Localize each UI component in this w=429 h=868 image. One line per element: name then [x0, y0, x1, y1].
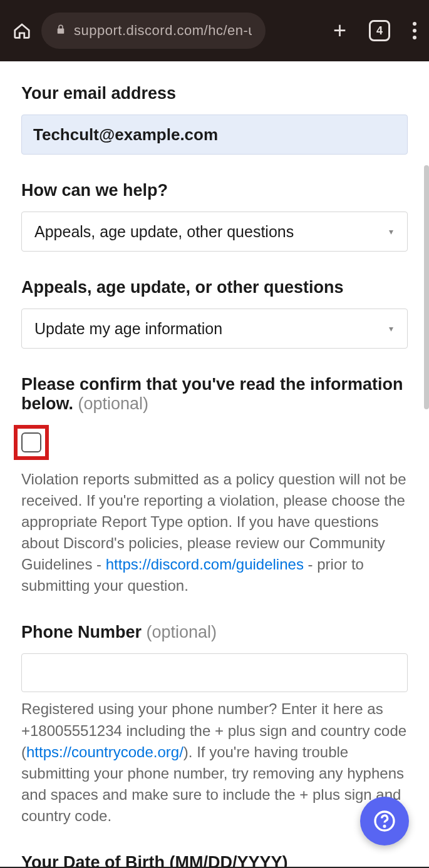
phone-field-block: Phone Number (optional) Registered using… [21, 623, 408, 826]
new-tab-icon[interactable]: + [333, 18, 346, 44]
help-select[interactable]: Appeals, age update, other questions ▾ [21, 212, 408, 252]
email-label: Your email address [21, 84, 408, 103]
countrycode-link[interactable]: https://countrycode.org/ [26, 743, 183, 760]
confirm-helper-text: Violation reports submitted as a policy … [21, 469, 408, 596]
confirm-label: Please confirm that you've read the info… [21, 375, 408, 414]
tabs-count-badge[interactable]: 4 [369, 20, 390, 41]
dob-field-block: Your Date of Birth (MM/DD/YYYY) [21, 853, 408, 868]
subtype-label: Appeals, age update, or other questions [21, 278, 408, 297]
phone-helper-text: Registered using your phone number? Ente… [21, 698, 408, 826]
dob-label: Your Date of Birth (MM/DD/YYYY) [21, 853, 408, 868]
browser-toolbar: support.discord.com/hc/en-us/requ + 4 [0, 0, 429, 61]
address-bar[interactable]: support.discord.com/hc/en-us/requ [41, 13, 266, 49]
lock-icon [55, 24, 66, 38]
svg-point-1 [384, 825, 385, 827]
help-fab[interactable] [360, 797, 409, 845]
chevron-down-icon: ▾ [389, 324, 393, 334]
subtype-field-block: Appeals, age update, or other questions … [21, 278, 408, 349]
question-icon [373, 810, 396, 832]
help-label: How can we help? [21, 181, 408, 200]
form-content: Your email address How can we help? Appe… [0, 61, 429, 868]
scrollbar-thumb[interactable] [424, 165, 429, 409]
toolbar-actions: + 4 [333, 18, 416, 44]
url-text: support.discord.com/hc/en-us/requ [74, 23, 252, 39]
phone-label: Phone Number (optional) [21, 623, 408, 642]
subtype-select[interactable]: Update my age information ▾ [21, 309, 408, 349]
confirm-field-block: Please confirm that you've read the info… [21, 375, 408, 596]
confirm-checkbox-row [21, 425, 408, 462]
help-select-value: Appeals, age update, other questions [34, 223, 294, 241]
home-icon[interactable] [13, 21, 31, 40]
email-field-block: Your email address [21, 84, 408, 155]
email-input[interactable] [21, 115, 408, 155]
checkbox-highlight [14, 425, 49, 460]
phone-input[interactable] [21, 653, 408, 692]
guidelines-link[interactable]: https://discord.com/guidelines [106, 556, 304, 573]
help-field-block: How can we help? Appeals, age update, ot… [21, 181, 408, 252]
subtype-select-value: Update my age information [34, 320, 222, 338]
confirm-checkbox[interactable] [21, 432, 41, 452]
more-menu-icon[interactable] [413, 22, 416, 39]
chevron-down-icon: ▾ [389, 227, 393, 237]
